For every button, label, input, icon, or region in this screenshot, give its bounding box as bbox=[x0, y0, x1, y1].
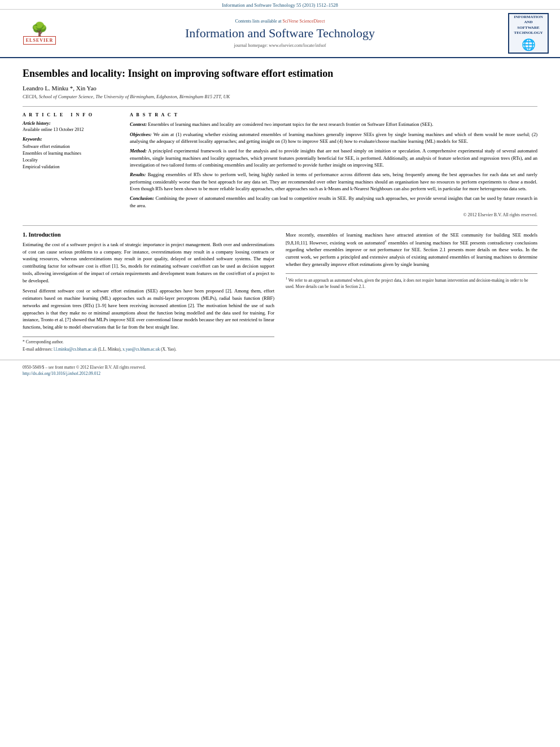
journal-title: Information and Software Technology bbox=[68, 26, 492, 41]
journal-header: 🌳 ELSEVIER Contents lists available at S… bbox=[0, 10, 560, 58]
author-names: Leandro L. Minku *, Xin Yao bbox=[23, 85, 97, 91]
results-text: Bagging ensembles of RTs show to perform… bbox=[130, 172, 537, 191]
abstract-heading: A B S T R A C T bbox=[130, 112, 537, 117]
article-info-abstract-section: A R T I C L E I N F O Article history: A… bbox=[23, 106, 537, 217]
context-text: Ensembles of learning machines and local… bbox=[148, 121, 433, 127]
journal-logo-right: INFORMATION AND SOFTWARE TECHNOLOGY 🌐 bbox=[492, 13, 549, 54]
journal-homepage: journal homepage: www.elsevier.com/locat… bbox=[68, 43, 492, 48]
elsevier-tree-icon: 🌳 bbox=[31, 23, 48, 36]
footnote-area-left: * Corresponding author. E-mail addresses… bbox=[23, 337, 274, 353]
body-right-col: More recently, ensembles of learning mac… bbox=[286, 231, 537, 354]
ist-logo-box: INFORMATION AND SOFTWARE TECHNOLOGY 🌐 bbox=[508, 13, 549, 54]
abstract-conclusion: Conclusion: Combining the power of autom… bbox=[130, 195, 537, 209]
results-label: Results: bbox=[130, 172, 146, 177]
objectives-label: Objectives: bbox=[130, 132, 152, 137]
method-label: Method: bbox=[130, 148, 147, 154]
contents-available-text: Contents lists available at bbox=[235, 19, 282, 24]
article-info-heading: A R T I C L E I N F O bbox=[23, 112, 119, 117]
abstract-objectives: Objectives: We aim at (1) evaluating whe… bbox=[130, 131, 537, 145]
objectives-text: We aim at (1) evaluating whether existin… bbox=[130, 132, 537, 144]
abstract-results: Results: Bagging ensembles of RTs show t… bbox=[130, 171, 537, 192]
abstract-col: A B S T R A C T Context: Ensembles of le… bbox=[130, 112, 537, 217]
footnote-email-link2[interactable]: x.yao@cs.bham.ac.uk bbox=[123, 347, 160, 352]
right-col-para1: More recently, ensembles of learning mac… bbox=[286, 231, 537, 268]
intro-section-num: 1. bbox=[23, 231, 27, 238]
elsevier-wordmark: ELSEVIER bbox=[23, 36, 56, 45]
paper-title: Ensembles and locality: Insight on impro… bbox=[23, 67, 537, 80]
keyword-2: Ensembles of learning machines bbox=[23, 150, 119, 157]
abstract-method: Method: A principled experimental framew… bbox=[130, 147, 537, 168]
journal-ref-bar: Information and Software Technology 55 (… bbox=[0, 0, 560, 10]
footnote-area-right: 1 We refer to an approach as automated w… bbox=[286, 273, 537, 290]
conclusion-text: Combining the power of automated ensembl… bbox=[130, 195, 537, 208]
copyright-line: © 2012 Elsevier B.V. All rights reserved… bbox=[130, 212, 537, 217]
sciverse-link-text: Contents lists available at SciVerse Sci… bbox=[68, 19, 492, 24]
body-section: 1. Introduction Estimating the cost of a… bbox=[23, 231, 537, 354]
intro-section-name: Introduction bbox=[29, 231, 61, 238]
keyword-3: Locality bbox=[23, 157, 119, 164]
conclusion-label: Conclusion: bbox=[130, 195, 154, 201]
ist-logo-line1: INFORMATION bbox=[514, 15, 543, 20]
method-text: A principled experimental framework is u… bbox=[130, 148, 537, 168]
keyword-1: Software effort estimation bbox=[23, 143, 119, 150]
journal-citation: Information and Software Technology 55 (… bbox=[222, 2, 338, 8]
doi-link[interactable]: http://dx.doi.org/10.1016/j.infsof.2012.… bbox=[23, 371, 100, 376]
learning-word: learning bbox=[413, 261, 429, 267]
footnote-automated: 1 We refer to an approach as automated w… bbox=[286, 276, 537, 290]
ist-logo-globe: 🌐 bbox=[522, 37, 536, 52]
intro-section-title: 1. Introduction bbox=[23, 231, 274, 238]
intro-para2: Several different software cost or softw… bbox=[23, 287, 274, 331]
affiliation-line: CECIA, School of Computer Science, The U… bbox=[23, 94, 537, 99]
keyword-4: Empirical validation bbox=[23, 164, 119, 171]
issn-line: 0950-5849/$ – see front matter © 2012 El… bbox=[23, 365, 537, 370]
main-content: Ensembles and locality: Insight on impro… bbox=[0, 58, 560, 360]
ist-logo-line2: AND bbox=[524, 20, 532, 25]
article-history-label: Article history: bbox=[23, 121, 119, 126]
elsevier-logo-area: 🌳 ELSEVIER bbox=[11, 23, 68, 45]
article-info-col: A R T I C L E I N F O Article history: A… bbox=[23, 112, 119, 217]
footnote-corresponding: * Corresponding author. bbox=[23, 339, 274, 346]
footnote-email: E-mail addresses: l.l.minku@cs.bham.ac.u… bbox=[23, 347, 274, 353]
sciverse-link[interactable]: SciVerse ScienceDirect bbox=[283, 19, 325, 24]
header-center: Contents lists available at SciVerse Sci… bbox=[68, 19, 492, 48]
doi-line: http://dx.doi.org/10.1016/j.infsof.2012.… bbox=[23, 371, 537, 376]
ist-logo-line3: SOFTWARE bbox=[517, 25, 539, 30]
authors-line: Leandro L. Minku *, Xin Yao bbox=[23, 85, 537, 91]
bottom-info: 0950-5849/$ – see front matter © 2012 El… bbox=[0, 360, 560, 381]
section-divider bbox=[23, 225, 537, 226]
footnote-email-link1[interactable]: l.l.minku@cs.bham.ac.uk bbox=[54, 347, 97, 352]
body-left-col: 1. Introduction Estimating the cost of a… bbox=[23, 231, 274, 354]
intro-para1: Estimating the cost of a software projec… bbox=[23, 241, 274, 285]
keywords-label: Keywords: bbox=[23, 137, 119, 142]
ist-logo-line4: TECHNOLOGY bbox=[514, 30, 543, 36]
article-history-value: Available online 13 October 2012 bbox=[23, 127, 119, 132]
abstract-context: Context: Ensembles of learning machines … bbox=[130, 121, 537, 128]
context-label: Context: bbox=[130, 121, 147, 127]
